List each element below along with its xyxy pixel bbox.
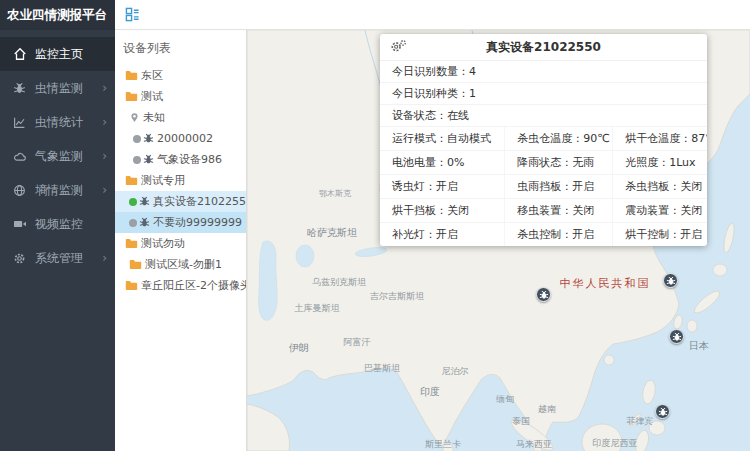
device-field: 杀虫控制：开启 <box>504 223 612 246</box>
device-group-east[interactable]: 东区 <box>115 65 246 86</box>
device-row-real-21022550[interactable]: 真实设备21022550 <box>115 191 246 212</box>
sidebar-item-label: 系统管理 <box>35 250 83 267</box>
app-window: 农业四情测报平台 监控主页 虫情监测 › 虫情统计 › <box>0 0 750 451</box>
sidebar-item-label: 视频监控 <box>35 216 83 233</box>
device-marker[interactable] <box>655 404 670 419</box>
device-marker[interactable] <box>663 273 678 288</box>
device-field: 移虫装置：关闭 <box>504 199 612 222</box>
popup-header: 真实设备21022550 <box>380 34 707 61</box>
sidebar-item-monitor-home[interactable]: 监控主页 <box>0 37 115 71</box>
chevron-right-icon: › <box>102 81 107 95</box>
device-field: 运行模式：自动模式 <box>380 127 504 150</box>
globe-icon <box>11 184 28 197</box>
map-pin-icon <box>129 112 140 123</box>
sidebar-item-label: 虫情监测 <box>35 80 83 97</box>
status-dot-offline <box>133 156 141 164</box>
sidebar-item-system-admin[interactable]: 系统管理 › <box>0 241 115 275</box>
device-list-title: 设备列表 <box>115 30 246 65</box>
device-group-label: 测试专用 <box>141 173 185 188</box>
sidebar-item-weather-monitor[interactable]: 气象监测 › <box>0 139 115 173</box>
device-list-panel: 设备列表 东区 测试 未知 20000002 <box>115 30 247 451</box>
bug-icon <box>11 82 28 95</box>
sidebar-item-label: 监控主页 <box>35 46 83 63</box>
bug-icon <box>143 154 154 165</box>
sidebar-item-insect-monitor[interactable]: 虫情监测 › <box>0 71 115 105</box>
sidebar-item-label: 墒情监测 <box>35 182 83 199</box>
chevron-right-icon: › <box>102 115 107 129</box>
cloud-icon <box>11 150 28 163</box>
device-marker[interactable] <box>669 329 684 344</box>
layout-list-icon[interactable] <box>125 7 140 22</box>
device-group-test[interactable]: 测试 <box>115 86 246 107</box>
device-field: 补光灯：开启 <box>380 223 504 246</box>
chevron-right-icon: › <box>102 251 107 265</box>
chevron-right-icon: › <box>102 149 107 163</box>
device-group-label: 测试区域-勿删1 <box>145 257 222 272</box>
popup-grid-row: 诱虫灯：开启虫雨挡板：开启杀虫挡板：关闭 <box>380 175 707 199</box>
folder-icon <box>125 175 138 186</box>
device-field: 烘干控制：开启 <box>612 223 707 246</box>
device-label: 气象设备986 <box>157 152 222 167</box>
device-group-test-area[interactable]: 测试区域-勿删1 <box>115 254 246 275</box>
line-chart-icon <box>11 116 28 129</box>
device-group-test-nomove[interactable]: 测试勿动 <box>115 233 246 254</box>
device-field: 光照度：1Lux <box>612 151 707 174</box>
bug-icon <box>139 196 150 207</box>
popup-grid-row: 烘干挡板：关闭移虫装置：关闭震动装置：关闭 <box>380 199 707 223</box>
folder-icon <box>125 70 138 81</box>
device-field: 震动装置：关闭 <box>612 199 707 222</box>
status-dot-offline <box>129 219 137 227</box>
device-group-zhangqiu[interactable]: 章丘阳丘区-2个摄像头 <box>115 275 246 296</box>
device-stat: 今日识别种类：1 <box>380 83 707 105</box>
content: 设备列表 东区 测试 未知 20000002 <box>115 30 750 451</box>
device-field: 杀虫仓温度：90℃ <box>504 127 612 150</box>
device-label: 不要动99999999 <box>153 215 242 230</box>
gear-icon <box>11 252 28 265</box>
device-label: 真实设备21022550 <box>153 194 246 209</box>
device-group-label: 章丘阳丘区-2个摄像头 <box>141 278 246 293</box>
bug-icon <box>143 133 154 144</box>
device-stat: 今日识别数量：4 <box>380 61 707 83</box>
popup-grid-row: 运行模式：自动模式杀虫仓温度：90℃烘干仓温度：87℃ <box>380 127 707 151</box>
device-marker[interactable] <box>536 287 551 302</box>
device-field: 烘干挡板：关闭 <box>380 199 504 222</box>
folder-icon <box>125 238 138 249</box>
device-row-20000002[interactable]: 20000002 <box>115 128 246 149</box>
popup-grid: 运行模式：自动模式杀虫仓温度：90℃烘干仓温度：87℃电池电量：0%降雨状态：无… <box>380 127 707 246</box>
sidebar-item-video-monitor[interactable]: 视频监控 <box>0 207 115 241</box>
sidebar-item-label: 气象监测 <box>35 148 83 165</box>
bug-icon <box>139 217 150 228</box>
device-group-unknown[interactable]: 未知 <box>115 107 246 128</box>
device-field: 电池电量：0% <box>380 151 504 174</box>
status-dot-online <box>129 198 137 206</box>
device-row-weather-986[interactable]: 气象设备986 <box>115 149 246 170</box>
device-stat: 设备状态：在线 <box>380 105 707 127</box>
device-row-donottouch[interactable]: 不要动99999999 <box>115 212 246 233</box>
folder-icon <box>129 259 142 270</box>
main-area: 设备列表 东区 测试 未知 20000002 <box>115 0 750 451</box>
popup-stats: 今日识别数量：4今日识别种类：1设备状态：在线 <box>380 61 707 127</box>
device-group-label: 东区 <box>141 68 163 83</box>
sidebar: 农业四情测报平台 监控主页 虫情监测 › 虫情统计 › <box>0 0 115 451</box>
chevron-right-icon: › <box>102 183 107 197</box>
device-field: 虫雨挡板：开启 <box>504 175 612 198</box>
popup-grid-row: 补光灯：开启杀虫控制：开启烘干控制：开启 <box>380 223 707 246</box>
sidebar-item-label: 虫情统计 <box>35 114 83 131</box>
device-field: 降雨状态：无雨 <box>504 151 612 174</box>
settings-gear-icon[interactable] <box>390 39 407 53</box>
device-group-label: 测试勿动 <box>141 236 185 251</box>
video-camera-icon <box>11 218 28 230</box>
status-dot-offline <box>133 135 141 143</box>
folder-icon <box>125 91 138 102</box>
device-field: 烘干仓温度：87℃ <box>612 127 707 150</box>
device-group-test-dedicated[interactable]: 测试专用 <box>115 170 246 191</box>
home-icon <box>11 47 28 61</box>
topbar <box>115 0 750 30</box>
device-info-popup: 真实设备21022550 今日识别数量：4今日识别种类：1设备状态：在线 运行模… <box>380 34 707 246</box>
sidebar-item-soil-monitor[interactable]: 墒情监测 › <box>0 173 115 207</box>
app-title: 农业四情测报平台 <box>0 0 115 30</box>
map[interactable]: 真实设备21022550 今日识别数量：4今日识别种类：1设备状态：在线 运行模… <box>247 30 750 451</box>
popup-grid-row: 电池电量：0%降雨状态：无雨光照度：1Lux <box>380 151 707 175</box>
sidebar-item-insect-stats[interactable]: 虫情统计 › <box>0 105 115 139</box>
folder-icon <box>125 280 138 291</box>
